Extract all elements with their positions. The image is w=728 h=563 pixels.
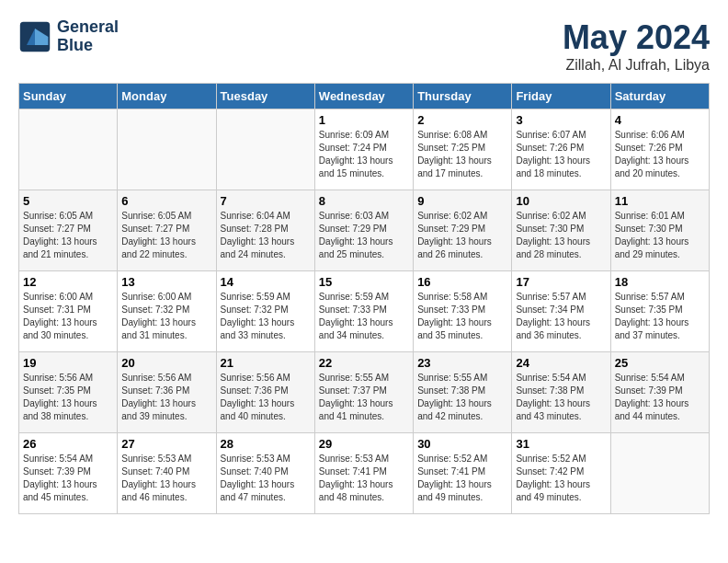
day-number: 3: [516, 113, 606, 127]
day-number: 5: [23, 194, 113, 208]
calendar-cell: 31Sunrise: 5:52 AM Sunset: 7:42 PM Dayli…: [512, 433, 610, 514]
day-info: Sunrise: 6:09 AM Sunset: 7:24 PM Dayligh…: [319, 129, 409, 180]
day-number: 10: [516, 194, 606, 208]
day-info: Sunrise: 6:08 AM Sunset: 7:25 PM Dayligh…: [417, 129, 507, 180]
day-info: Sunrise: 5:53 AM Sunset: 7:41 PM Dayligh…: [319, 453, 409, 504]
day-info: Sunrise: 6:01 AM Sunset: 7:30 PM Dayligh…: [615, 210, 705, 261]
day-info: Sunrise: 5:56 AM Sunset: 7:36 PM Dayligh…: [121, 372, 211, 423]
day-info: Sunrise: 5:54 AM Sunset: 7:39 PM Dayligh…: [23, 453, 113, 504]
calendar-cell: 9Sunrise: 6:02 AM Sunset: 7:29 PM Daylig…: [414, 190, 512, 271]
day-info: Sunrise: 5:54 AM Sunset: 7:39 PM Dayligh…: [615, 372, 705, 423]
calendar-cell: 27Sunrise: 5:53 AM Sunset: 7:40 PM Dayli…: [118, 433, 216, 514]
calendar-header-row: SundayMondayTuesdayWednesdayThursdayFrid…: [19, 84, 710, 109]
day-number: 14: [221, 275, 311, 289]
day-of-week-header: Wednesday: [314, 84, 413, 109]
day-info: Sunrise: 6:00 AM Sunset: 7:31 PM Dayligh…: [23, 291, 113, 342]
calendar-cell: [216, 109, 314, 190]
day-info: Sunrise: 6:04 AM Sunset: 7:28 PM Dayligh…: [221, 210, 311, 261]
day-info: Sunrise: 5:55 AM Sunset: 7:37 PM Dayligh…: [319, 372, 409, 423]
day-number: 9: [417, 194, 507, 208]
day-number: 29: [319, 437, 409, 451]
logo-text: General Blue: [57, 18, 119, 55]
calendar-week-row: 26Sunrise: 5:54 AM Sunset: 7:39 PM Dayli…: [19, 433, 710, 514]
day-info: Sunrise: 5:57 AM Sunset: 7:34 PM Dayligh…: [516, 291, 606, 342]
calendar-cell: 13Sunrise: 6:00 AM Sunset: 7:32 PM Dayli…: [118, 271, 216, 352]
day-number: 11: [615, 194, 705, 208]
day-info: Sunrise: 6:02 AM Sunset: 7:30 PM Dayligh…: [516, 210, 606, 261]
calendar-cell: 29Sunrise: 5:53 AM Sunset: 7:41 PM Dayli…: [314, 433, 413, 514]
day-number: 23: [417, 356, 507, 370]
calendar-cell: 20Sunrise: 5:56 AM Sunset: 7:36 PM Dayli…: [118, 352, 216, 433]
page-header: General Blue May 2024 Zillah, Al Jufrah,…: [18, 18, 710, 74]
calendar-week-row: 19Sunrise: 5:56 AM Sunset: 7:35 PM Dayli…: [19, 352, 710, 433]
day-number: 8: [319, 194, 409, 208]
calendar-title: May 2024: [563, 18, 710, 57]
day-number: 15: [319, 275, 409, 289]
day-info: Sunrise: 6:00 AM Sunset: 7:32 PM Dayligh…: [121, 291, 211, 342]
day-of-week-header: Monday: [118, 84, 216, 109]
calendar-cell: 14Sunrise: 5:59 AM Sunset: 7:32 PM Dayli…: [216, 271, 314, 352]
calendar-cell: 4Sunrise: 6:06 AM Sunset: 7:26 PM Daylig…: [610, 109, 709, 190]
calendar-cell: 30Sunrise: 5:52 AM Sunset: 7:41 PM Dayli…: [414, 433, 512, 514]
day-info: Sunrise: 5:54 AM Sunset: 7:38 PM Dayligh…: [516, 372, 606, 423]
calendar-cell: 10Sunrise: 6:02 AM Sunset: 7:30 PM Dayli…: [512, 190, 610, 271]
day-number: 26: [23, 437, 113, 451]
calendar-cell: 18Sunrise: 5:57 AM Sunset: 7:35 PM Dayli…: [610, 271, 709, 352]
day-number: 7: [221, 194, 311, 208]
day-number: 30: [417, 437, 507, 451]
calendar-cell: 16Sunrise: 5:58 AM Sunset: 7:33 PM Dayli…: [414, 271, 512, 352]
day-number: 17: [516, 275, 606, 289]
calendar-cell: [118, 109, 216, 190]
calendar-cell: 11Sunrise: 6:01 AM Sunset: 7:30 PM Dayli…: [610, 190, 709, 271]
day-info: Sunrise: 5:56 AM Sunset: 7:35 PM Dayligh…: [23, 372, 113, 423]
calendar-cell: 24Sunrise: 5:54 AM Sunset: 7:38 PM Dayli…: [512, 352, 610, 433]
day-number: 18: [615, 275, 705, 289]
day-number: 2: [417, 113, 507, 127]
calendar-cell: 12Sunrise: 6:00 AM Sunset: 7:31 PM Dayli…: [19, 271, 118, 352]
calendar-cell: 1Sunrise: 6:09 AM Sunset: 7:24 PM Daylig…: [314, 109, 413, 190]
day-info: Sunrise: 5:59 AM Sunset: 7:32 PM Dayligh…: [221, 291, 311, 342]
calendar-week-row: 12Sunrise: 6:00 AM Sunset: 7:31 PM Dayli…: [19, 271, 710, 352]
calendar-subtitle: Zillah, Al Jufrah, Libya: [563, 57, 710, 74]
day-number: 20: [121, 356, 211, 370]
day-info: Sunrise: 5:58 AM Sunset: 7:33 PM Dayligh…: [417, 291, 507, 342]
day-info: Sunrise: 5:59 AM Sunset: 7:33 PM Dayligh…: [319, 291, 409, 342]
day-info: Sunrise: 5:57 AM Sunset: 7:35 PM Dayligh…: [615, 291, 705, 342]
calendar-week-row: 5Sunrise: 6:05 AM Sunset: 7:27 PM Daylig…: [19, 190, 710, 271]
calendar-cell: 28Sunrise: 5:53 AM Sunset: 7:40 PM Dayli…: [216, 433, 314, 514]
day-info: Sunrise: 5:52 AM Sunset: 7:42 PM Dayligh…: [516, 453, 606, 504]
day-of-week-header: Friday: [512, 84, 610, 109]
calendar-week-row: 1Sunrise: 6:09 AM Sunset: 7:24 PM Daylig…: [19, 109, 710, 190]
day-number: 24: [516, 356, 606, 370]
calendar-cell: 2Sunrise: 6:08 AM Sunset: 7:25 PM Daylig…: [414, 109, 512, 190]
calendar-cell: 8Sunrise: 6:03 AM Sunset: 7:29 PM Daylig…: [314, 190, 413, 271]
calendar-cell: 25Sunrise: 5:54 AM Sunset: 7:39 PM Dayli…: [610, 352, 709, 433]
calendar-cell: 6Sunrise: 6:05 AM Sunset: 7:27 PM Daylig…: [118, 190, 216, 271]
day-info: Sunrise: 6:03 AM Sunset: 7:29 PM Dayligh…: [319, 210, 409, 261]
calendar-cell: 21Sunrise: 5:56 AM Sunset: 7:36 PM Dayli…: [216, 352, 314, 433]
calendar-cell: 15Sunrise: 5:59 AM Sunset: 7:33 PM Dayli…: [314, 271, 413, 352]
logo: General Blue: [18, 18, 119, 55]
day-of-week-header: Thursday: [414, 84, 512, 109]
day-number: 22: [319, 356, 409, 370]
day-info: Sunrise: 5:52 AM Sunset: 7:41 PM Dayligh…: [417, 453, 507, 504]
day-number: 25: [615, 356, 705, 370]
calendar-cell: 3Sunrise: 6:07 AM Sunset: 7:26 PM Daylig…: [512, 109, 610, 190]
day-info: Sunrise: 6:02 AM Sunset: 7:29 PM Dayligh…: [417, 210, 507, 261]
calendar-table: SundayMondayTuesdayWednesdayThursdayFrid…: [18, 83, 710, 514]
day-of-week-header: Tuesday: [216, 84, 314, 109]
day-number: 6: [121, 194, 211, 208]
day-info: Sunrise: 5:53 AM Sunset: 7:40 PM Dayligh…: [221, 453, 311, 504]
day-number: 31: [516, 437, 606, 451]
day-number: 27: [121, 437, 211, 451]
day-of-week-header: Saturday: [610, 84, 709, 109]
calendar-cell: 5Sunrise: 6:05 AM Sunset: 7:27 PM Daylig…: [19, 190, 118, 271]
calendar-cell: [19, 109, 118, 190]
day-number: 16: [417, 275, 507, 289]
calendar-cell: 7Sunrise: 6:04 AM Sunset: 7:28 PM Daylig…: [216, 190, 314, 271]
calendar-cell: 17Sunrise: 5:57 AM Sunset: 7:34 PM Dayli…: [512, 271, 610, 352]
calendar-cell: 19Sunrise: 5:56 AM Sunset: 7:35 PM Dayli…: [19, 352, 118, 433]
day-number: 12: [23, 275, 113, 289]
day-info: Sunrise: 5:56 AM Sunset: 7:36 PM Dayligh…: [221, 372, 311, 423]
title-block: May 2024 Zillah, Al Jufrah, Libya: [563, 18, 710, 74]
